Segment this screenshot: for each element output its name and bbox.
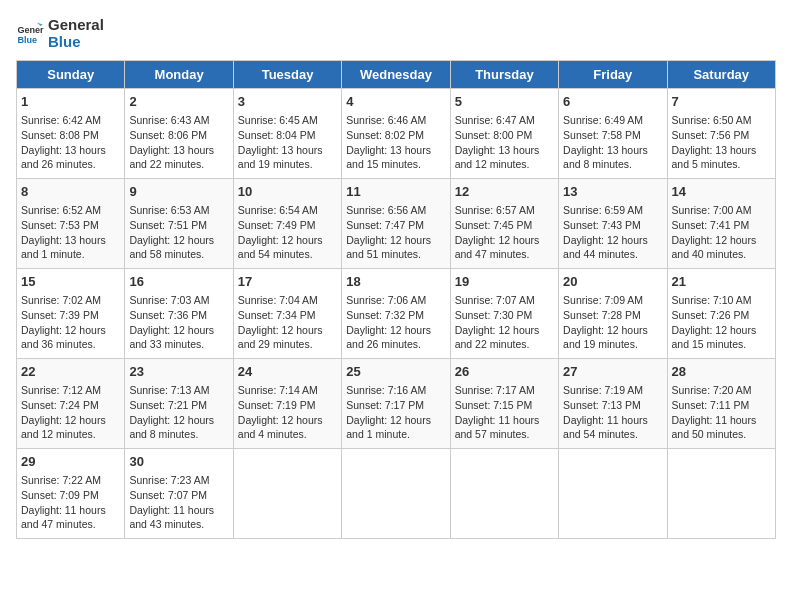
cell-info: and 8 minutes. [129, 427, 228, 442]
cell-info: Sunrise: 6:43 AM [129, 113, 228, 128]
cell-info: Sunrise: 7:20 AM [672, 383, 771, 398]
cell-info: Sunrise: 6:57 AM [455, 203, 554, 218]
cell-info: and 22 minutes. [129, 157, 228, 172]
cell-info: Sunrise: 7:23 AM [129, 473, 228, 488]
cell-info: Daylight: 11 hours [563, 413, 662, 428]
day-header-tuesday: Tuesday [233, 61, 341, 89]
cell-info: Daylight: 12 hours [455, 323, 554, 338]
calendar-cell: 22Sunrise: 7:12 AMSunset: 7:24 PMDayligh… [17, 359, 125, 449]
cell-info: Sunrise: 7:02 AM [21, 293, 120, 308]
cell-info: Daylight: 12 hours [346, 323, 445, 338]
cell-info: Sunrise: 7:03 AM [129, 293, 228, 308]
calendar-cell: 2Sunrise: 6:43 AMSunset: 8:06 PMDaylight… [125, 89, 233, 179]
cell-info: Sunset: 7:41 PM [672, 218, 771, 233]
cell-info: and 47 minutes. [455, 247, 554, 262]
day-number: 25 [346, 363, 445, 381]
cell-info: Sunset: 7:13 PM [563, 398, 662, 413]
calendar-cell: 12Sunrise: 6:57 AMSunset: 7:45 PMDayligh… [450, 179, 558, 269]
calendar-cell: 29Sunrise: 7:22 AMSunset: 7:09 PMDayligh… [17, 449, 125, 539]
day-number: 23 [129, 363, 228, 381]
cell-info: and 8 minutes. [563, 157, 662, 172]
day-number: 15 [21, 273, 120, 291]
cell-info: Daylight: 12 hours [346, 233, 445, 248]
calendar-cell: 20Sunrise: 7:09 AMSunset: 7:28 PMDayligh… [559, 269, 667, 359]
calendar-cell: 16Sunrise: 7:03 AMSunset: 7:36 PMDayligh… [125, 269, 233, 359]
day-number: 7 [672, 93, 771, 111]
day-number: 14 [672, 183, 771, 201]
cell-info: Daylight: 13 hours [563, 143, 662, 158]
cell-info: and 47 minutes. [21, 517, 120, 532]
day-number: 20 [563, 273, 662, 291]
calendar-cell: 21Sunrise: 7:10 AMSunset: 7:26 PMDayligh… [667, 269, 775, 359]
cell-info: Sunset: 7:43 PM [563, 218, 662, 233]
cell-info: and 26 minutes. [346, 337, 445, 352]
cell-info: Sunset: 7:19 PM [238, 398, 337, 413]
cell-info: Daylight: 13 hours [238, 143, 337, 158]
cell-info: Daylight: 13 hours [129, 143, 228, 158]
day-number: 2 [129, 93, 228, 111]
cell-info: Sunset: 7:49 PM [238, 218, 337, 233]
calendar-cell: 3Sunrise: 6:45 AMSunset: 8:04 PMDaylight… [233, 89, 341, 179]
cell-info: Sunset: 7:47 PM [346, 218, 445, 233]
day-number: 28 [672, 363, 771, 381]
calendar-cell: 9Sunrise: 6:53 AMSunset: 7:51 PMDaylight… [125, 179, 233, 269]
cell-info: and 5 minutes. [672, 157, 771, 172]
day-number: 16 [129, 273, 228, 291]
cell-info: Sunrise: 6:54 AM [238, 203, 337, 218]
cell-info: Sunset: 7:11 PM [672, 398, 771, 413]
cell-info: Daylight: 11 hours [129, 503, 228, 518]
cell-info: and 19 minutes. [563, 337, 662, 352]
day-header-wednesday: Wednesday [342, 61, 450, 89]
day-number: 6 [563, 93, 662, 111]
calendar-cell [667, 449, 775, 539]
cell-info: and 44 minutes. [563, 247, 662, 262]
cell-info: and 26 minutes. [21, 157, 120, 172]
cell-info: Sunset: 8:02 PM [346, 128, 445, 143]
cell-info: and 36 minutes. [21, 337, 120, 352]
cell-info: and 57 minutes. [455, 427, 554, 442]
logo-blue: Blue [48, 33, 104, 50]
cell-info: Daylight: 12 hours [21, 323, 120, 338]
cell-info: Daylight: 13 hours [346, 143, 445, 158]
cell-info: Sunrise: 7:12 AM [21, 383, 120, 398]
cell-info: Sunset: 7:28 PM [563, 308, 662, 323]
cell-info: Daylight: 12 hours [129, 413, 228, 428]
cell-info: Sunset: 7:17 PM [346, 398, 445, 413]
calendar-row-5: 29Sunrise: 7:22 AMSunset: 7:09 PMDayligh… [17, 449, 776, 539]
cell-info: and 19 minutes. [238, 157, 337, 172]
cell-info: and 22 minutes. [455, 337, 554, 352]
calendar-row-4: 22Sunrise: 7:12 AMSunset: 7:24 PMDayligh… [17, 359, 776, 449]
cell-info: Sunrise: 6:47 AM [455, 113, 554, 128]
cell-info: Daylight: 12 hours [672, 323, 771, 338]
day-number: 22 [21, 363, 120, 381]
day-number: 30 [129, 453, 228, 471]
cell-info: and 12 minutes. [21, 427, 120, 442]
day-header-thursday: Thursday [450, 61, 558, 89]
cell-info: and 1 minute. [21, 247, 120, 262]
calendar-cell: 26Sunrise: 7:17 AMSunset: 7:15 PMDayligh… [450, 359, 558, 449]
calendar-row-1: 1Sunrise: 6:42 AMSunset: 8:08 PMDaylight… [17, 89, 776, 179]
cell-info: and 33 minutes. [129, 337, 228, 352]
cell-info: Daylight: 12 hours [563, 323, 662, 338]
calendar-cell: 17Sunrise: 7:04 AMSunset: 7:34 PMDayligh… [233, 269, 341, 359]
svg-text:General: General [17, 25, 44, 35]
day-number: 21 [672, 273, 771, 291]
cell-info: Daylight: 11 hours [672, 413, 771, 428]
cell-info: Daylight: 12 hours [129, 233, 228, 248]
cell-info: Sunset: 7:30 PM [455, 308, 554, 323]
cell-info: Sunrise: 7:09 AM [563, 293, 662, 308]
header: General Blue General Blue [16, 16, 776, 50]
day-header-monday: Monday [125, 61, 233, 89]
day-number: 1 [21, 93, 120, 111]
calendar-cell: 11Sunrise: 6:56 AMSunset: 7:47 PMDayligh… [342, 179, 450, 269]
cell-info: Sunrise: 6:59 AM [563, 203, 662, 218]
day-number: 19 [455, 273, 554, 291]
calendar-cell: 10Sunrise: 6:54 AMSunset: 7:49 PMDayligh… [233, 179, 341, 269]
cell-info: Sunset: 7:24 PM [21, 398, 120, 413]
cell-info: and 15 minutes. [346, 157, 445, 172]
days-header-row: SundayMondayTuesdayWednesdayThursdayFrid… [17, 61, 776, 89]
cell-info: Daylight: 13 hours [21, 233, 120, 248]
cell-info: and 40 minutes. [672, 247, 771, 262]
cell-info: Sunrise: 7:14 AM [238, 383, 337, 398]
day-number: 11 [346, 183, 445, 201]
